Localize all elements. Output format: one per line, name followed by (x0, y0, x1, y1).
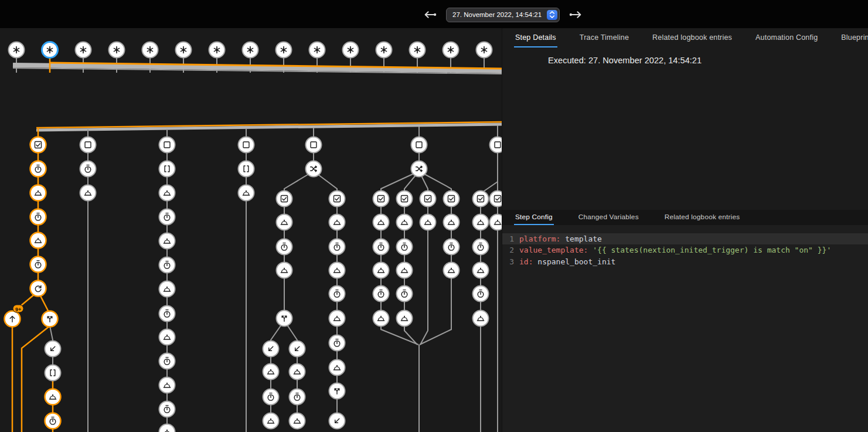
service-call-node[interactable] (80, 185, 96, 201)
call-split-node[interactable] (277, 311, 292, 326)
trigger-node[interactable] (309, 42, 325, 58)
condition-node[interactable] (30, 137, 46, 153)
tab-automation-config[interactable]: Automation Config (754, 28, 819, 47)
checkbox-node[interactable] (490, 137, 502, 153)
call-split-node[interactable] (329, 383, 345, 399)
service-call-node[interactable] (159, 377, 175, 393)
condition-node[interactable] (329, 191, 345, 207)
checkbox-node[interactable] (306, 137, 322, 153)
delay-node[interactable] (329, 286, 345, 302)
delay-node[interactable] (473, 239, 489, 255)
delay-node[interactable] (329, 239, 345, 255)
tab-related-logbook-entries[interactable]: Related logbook entries (663, 210, 741, 225)
step-config-code-editor[interactable]: 1platform: template2value_template: '{{ … (502, 225, 868, 432)
service-call-node[interactable] (329, 215, 345, 230)
arrow-bottom-left-node[interactable] (290, 341, 305, 357)
delay-node[interactable] (444, 239, 459, 255)
choose-node[interactable] (306, 161, 322, 177)
trigger-node[interactable] (176, 42, 192, 58)
checkbox-node[interactable] (80, 137, 96, 153)
service-call-node[interactable] (159, 329, 175, 345)
service-call-node[interactable] (397, 311, 413, 326)
condition-node[interactable] (490, 191, 502, 207)
condition-node[interactable] (473, 191, 489, 207)
trigger-node[interactable] (410, 42, 426, 58)
service-call-node[interactable] (397, 263, 413, 278)
delay-node[interactable] (263, 389, 279, 405)
checkbox-node[interactable] (239, 137, 254, 153)
tab-step-details[interactable]: Step Details (514, 28, 557, 47)
service-call-node[interactable] (290, 413, 305, 429)
service-call-node[interactable] (277, 263, 292, 278)
trigger-node[interactable] (443, 42, 459, 58)
repeat-node[interactable] (30, 281, 46, 297)
delay-node[interactable] (159, 402, 175, 417)
arrow-bottom-left-node[interactable] (329, 413, 345, 429)
service-call-node[interactable] (277, 215, 292, 230)
previous-trace-icon[interactable] (422, 7, 437, 22)
service-call-node[interactable] (263, 413, 279, 429)
delay-node[interactable] (277, 239, 292, 255)
trigger-node[interactable] (9, 42, 25, 58)
service-call-node[interactable] (373, 311, 389, 326)
delay-node[interactable] (159, 257, 175, 273)
service-call-node[interactable] (373, 263, 389, 278)
service-call-node[interactable] (490, 215, 502, 230)
service-call-node[interactable] (473, 263, 489, 278)
delay-node[interactable] (80, 161, 96, 177)
service-call-node[interactable] (263, 364, 279, 380)
condition-node[interactable] (373, 191, 389, 207)
service-call-node[interactable] (159, 185, 175, 201)
service-call-node[interactable] (30, 233, 46, 249)
trigger-node[interactable] (476, 42, 492, 58)
trigger-node[interactable] (276, 42, 292, 58)
arrow-bottom-left-node[interactable] (45, 341, 61, 357)
service-call-node[interactable] (397, 215, 413, 230)
service-call-node[interactable] (329, 360, 345, 376)
delay-node[interactable] (397, 239, 413, 255)
delay-node[interactable] (373, 286, 389, 302)
tab-related-logbook-entries[interactable]: Related logbook entries (651, 28, 733, 47)
checkbox-node[interactable] (159, 137, 175, 153)
service-call-node[interactable] (45, 389, 61, 405)
service-call-node[interactable] (473, 311, 489, 326)
delay-node[interactable] (373, 239, 389, 255)
tab-changed-variables[interactable]: Changed Variables (577, 210, 640, 225)
tab-step-config[interactable]: Step Config (514, 210, 554, 225)
service-call-node[interactable] (159, 233, 175, 249)
condition-node[interactable] (420, 191, 436, 207)
choose-node[interactable] (411, 161, 427, 177)
tab-trace-timeline[interactable]: Trace Timeline (578, 28, 630, 47)
code-brackets-node[interactable] (159, 161, 175, 177)
arrow-up-node[interactable] (5, 311, 21, 327)
delay-node[interactable] (397, 286, 413, 302)
service-call-node[interactable] (159, 281, 175, 297)
service-call-node[interactable] (159, 424, 175, 432)
service-call-node[interactable] (290, 364, 305, 380)
delay-node[interactable] (159, 353, 175, 369)
delay-node[interactable] (30, 257, 46, 273)
code-brackets-node[interactable] (45, 365, 61, 381)
condition-node[interactable] (277, 191, 292, 207)
service-call-node[interactable] (329, 263, 345, 278)
delay-node[interactable] (45, 413, 61, 429)
service-call-node[interactable] (473, 215, 489, 230)
service-call-node[interactable] (420, 215, 436, 230)
trigger-node[interactable] (209, 42, 225, 58)
trigger-node[interactable] (343, 42, 359, 58)
service-call-node[interactable] (373, 215, 389, 230)
call-split-node[interactable] (42, 311, 58, 327)
condition-node[interactable] (397, 191, 413, 207)
code-brackets-node[interactable] (239, 161, 254, 177)
delay-node[interactable] (30, 161, 46, 177)
checkbox-node[interactable] (411, 137, 427, 153)
service-call-node[interactable] (444, 263, 459, 278)
service-call-node[interactable] (30, 185, 46, 201)
delay-node[interactable] (159, 209, 175, 225)
service-call-node[interactable] (239, 185, 254, 201)
service-call-node[interactable] (329, 311, 345, 326)
delay-node[interactable] (290, 389, 305, 405)
condition-node[interactable] (444, 191, 459, 207)
delay-node[interactable] (329, 335, 345, 351)
service-call-node[interactable] (444, 215, 459, 230)
